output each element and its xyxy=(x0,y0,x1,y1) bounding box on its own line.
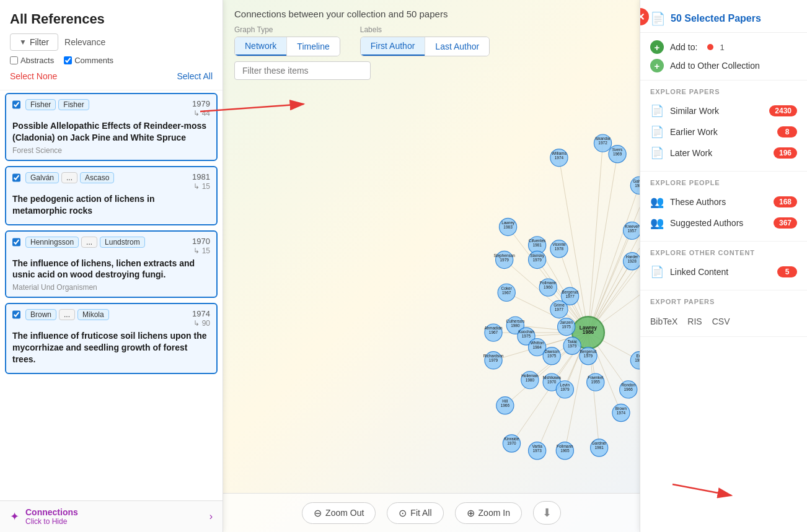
earlier-work-badge: 8 xyxy=(777,126,797,137)
network-node[interactable]: Richardson1979 xyxy=(483,352,504,369)
graph-controls: Graph Type Network Timeline Labels First… xyxy=(234,25,628,56)
connections-bar[interactable]: ✦ Connections Click to Hide › xyxy=(0,500,223,532)
network-node[interactable]: Lawrey1983 xyxy=(499,218,516,235)
suggested-authors-label: Suggested Authors xyxy=(670,218,767,228)
csv-link[interactable]: CSV xyxy=(712,316,730,326)
network-node[interactable]: Follmann1965 xyxy=(556,442,573,460)
paper-card[interactable]: Galván...Ascaso1981↳ 15The pedogenic act… xyxy=(5,166,218,225)
network-node[interactable]: Holleman1980 xyxy=(521,371,539,388)
close-panel-button[interactable]: ✕ xyxy=(640,7,650,26)
ris-link[interactable]: RIS xyxy=(687,316,702,326)
paper-select-checkbox[interactable] xyxy=(12,237,20,248)
labels-label: Labels xyxy=(360,25,490,34)
author-tag: Fisher xyxy=(58,99,89,110)
filter-row: ▼ Filter Relevance xyxy=(10,33,213,51)
filter-input[interactable] xyxy=(234,61,371,80)
network-node[interactable]: Takai1979 xyxy=(563,337,581,354)
network-node[interactable]: Dawson1975 xyxy=(543,347,560,365)
add-other-row[interactable]: + Add to Other Collection xyxy=(650,59,797,72)
network-node[interactable]: Williams1974 xyxy=(550,149,568,167)
explore-people-section: EXPLORE PEOPLE 👥 These Authors 168 👥 Sug… xyxy=(640,172,807,242)
select-none-button[interactable]: Select None xyxy=(10,71,57,81)
network-node[interactable]: Kreever1957 xyxy=(623,222,640,239)
zoom-out-button[interactable]: ⊖ Zoom Out xyxy=(302,502,376,524)
paper-year: 1974↳ 90 xyxy=(192,309,210,328)
earlier-work-item[interactable]: 📄 Earlier Work 8 xyxy=(650,121,797,142)
network-node[interactable]: Grime1977 xyxy=(550,300,568,318)
similar-work-label: Similar Work xyxy=(670,106,763,116)
network-node[interactable]: Vartia1973 xyxy=(529,442,546,460)
network-node[interactable]: Rondon1966 xyxy=(620,381,637,398)
network-node[interactable]: Ertl1951 xyxy=(630,352,640,369)
linked-content-item[interactable]: 📄 Linked Content 5 xyxy=(650,261,797,282)
paper-meta-row: FisherFisher1979↳ 44 xyxy=(12,99,210,118)
suggested-authors-item[interactable]: 👥 Suggested Authors 367 xyxy=(650,212,797,233)
selected-papers-button[interactable]: 📄 50 Selected Papers xyxy=(650,11,797,26)
bibtex-link[interactable]: BibTeX xyxy=(650,316,677,326)
checkbox-row: Abstracts Comments xyxy=(10,56,213,65)
network-node[interactable]: Levin1979 xyxy=(556,381,573,398)
author-tag: Galván xyxy=(25,172,59,183)
zoom-in-label: Zoom In xyxy=(478,508,510,518)
last-author-button[interactable]: Last Author xyxy=(425,37,489,56)
paper-card[interactable]: Brown...Mikola1974↳ 90The influence of f… xyxy=(5,303,218,374)
paper-select-checkbox[interactable] xyxy=(12,172,20,183)
paper-select-checkbox[interactable] xyxy=(12,309,20,320)
paper-card[interactable]: Henningsson...Lundstrom1970↳ 15The influ… xyxy=(5,230,218,299)
network-node[interactable]: Kinraide1970 xyxy=(503,435,520,452)
select-all-button[interactable]: Select All xyxy=(177,71,213,81)
network-node[interactable]: Bergerud1979 xyxy=(580,347,597,365)
timeline-button[interactable]: Timeline xyxy=(286,37,339,56)
zoom-in-button[interactable]: ⊕ Zoom In xyxy=(455,502,522,524)
network-node[interactable]: Iskandar1972 xyxy=(594,134,611,152)
paper-select-checkbox[interactable] xyxy=(12,99,20,110)
labels-group: Labels First Author Last Author xyxy=(360,25,490,56)
paper-card[interactable]: FisherFisher1979↳ 44Possible Allelopathi… xyxy=(5,93,218,161)
network-node[interactable]: Coker1967 xyxy=(498,284,515,301)
fit-all-button[interactable]: ⊙ Fit All xyxy=(387,502,443,524)
graph-type-label: Graph Type xyxy=(234,25,340,34)
suggested-authors-icon: 👥 xyxy=(650,216,664,230)
abstracts-checkbox[interactable] xyxy=(10,56,18,64)
first-author-button[interactable]: First Author xyxy=(361,37,425,56)
network-button[interactable]: Network xyxy=(235,37,286,56)
paper-title: Possible Allelopathic Effects of Reindee… xyxy=(12,120,210,144)
network-node[interactable]: Harder1928 xyxy=(623,253,640,270)
earlier-work-label: Earlier Work xyxy=(670,127,771,137)
network-node[interactable]: Follmann1960 xyxy=(539,279,557,296)
network-node[interactable]: Hill1966 xyxy=(496,397,514,414)
network-node[interactable]: Svers1969 xyxy=(609,146,626,163)
network-node[interactable]: Ahmadian1967 xyxy=(484,324,503,341)
add-to-section: + Add to: 1 + Add to Other Collection xyxy=(640,33,807,81)
add-other-icon: + xyxy=(650,59,664,72)
download-button[interactable]: ⬇ xyxy=(533,501,561,525)
network-area[interactable]: Lawrey1986Iskandar1972Iskandar1971Willia… xyxy=(223,85,640,493)
similar-work-item[interactable]: 📄 Similar Work 2430 xyxy=(650,100,797,121)
add-to-row[interactable]: + Add to: 1 xyxy=(650,40,797,54)
these-authors-item[interactable]: 👥 These Authors 168 xyxy=(650,191,797,212)
explore-papers-title: EXPLORE PAPERS xyxy=(650,88,797,95)
connections-description: Connections between your collection and … xyxy=(234,9,628,19)
network-node[interactable]: Stephenson1979 xyxy=(493,251,515,268)
network-node[interactable]: Janzen1975 xyxy=(558,318,575,336)
svg-line-7 xyxy=(588,225,640,333)
author-tag: Mikola xyxy=(77,309,109,320)
network-node[interactable]: Vicente1978 xyxy=(550,240,568,258)
comments-checkbox[interactable] xyxy=(64,56,72,64)
network-node[interactable]: Slansky1979 xyxy=(529,251,546,268)
network-node[interactable]: Galván1981 xyxy=(630,177,640,194)
later-work-item[interactable]: 📄 Later Work 196 xyxy=(650,142,797,164)
paper-journal: Material Und Organismen xyxy=(12,283,210,292)
network-node[interactable]: Gardner1981 xyxy=(591,439,608,456)
author-tag: ... xyxy=(59,309,75,320)
cite-count: ↳ 15 xyxy=(193,182,210,191)
network-graph[interactable]: Lawrey1986Iskandar1972Iskandar1971Willia… xyxy=(223,85,640,493)
svg-line-3 xyxy=(588,154,617,333)
comments-checkbox-label[interactable]: Comments xyxy=(64,56,113,65)
network-node[interactable]: Fraenkel1955 xyxy=(587,373,604,391)
export-title: EXPORT PAPERS xyxy=(650,298,797,305)
filter-button[interactable]: ▼ Filter xyxy=(10,33,58,51)
network-node[interactable]: Brown1974 xyxy=(612,404,630,421)
left-header: All References ▼ Filter Relevance Abstra… xyxy=(0,0,223,90)
abstracts-checkbox-label[interactable]: Abstracts xyxy=(10,56,54,65)
